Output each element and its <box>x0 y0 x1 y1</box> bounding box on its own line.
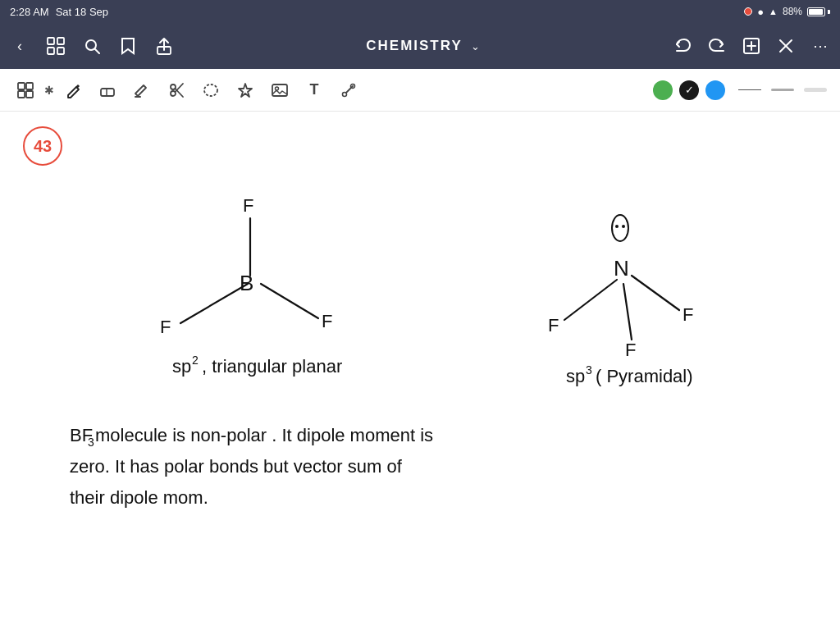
stroke-thick[interactable] <box>801 75 830 106</box>
svg-line-42 <box>632 276 679 310</box>
svg-line-5 <box>95 49 99 53</box>
toolbar-center: CHEMISTRY ⌄ <box>366 38 481 54</box>
svg-rect-1 <box>57 38 64 44</box>
color-check-black: ✓ <box>685 84 694 96</box>
svg-line-33 <box>261 284 318 318</box>
svg-text:sp: sp <box>566 366 585 386</box>
battery-icon <box>807 7 830 16</box>
star-tool[interactable] <box>230 75 261 106</box>
toolbar-right: ⋯ <box>671 34 832 57</box>
svg-rect-13 <box>26 83 33 89</box>
svg-text:F: F <box>548 315 559 336</box>
main-toolbar: ‹ CHEMISTRY <box>0 23 840 69</box>
svg-text:their  dipole  mom.: their dipole mom. <box>70 487 208 508</box>
svg-point-4 <box>86 40 96 50</box>
svg-line-22 <box>176 84 184 92</box>
svg-line-46 <box>623 284 632 340</box>
stroke-thin[interactable] <box>735 75 765 106</box>
svg-text:B: B <box>240 271 253 295</box>
content-svg: F B F F sp 2 , triangular planar N F F F <box>0 112 840 630</box>
svg-rect-3 <box>57 48 64 54</box>
title-chevron[interactable]: ⌄ <box>471 40 481 52</box>
grid-button[interactable] <box>44 34 67 57</box>
scissors-tool[interactable] <box>161 75 192 106</box>
svg-line-44 <box>564 280 617 320</box>
svg-text:F: F <box>160 317 171 337</box>
svg-point-40 <box>622 225 625 228</box>
svg-line-31 <box>180 284 248 323</box>
svg-rect-15 <box>26 91 33 98</box>
svg-point-23 <box>204 84 217 96</box>
svg-text:F: F <box>322 311 332 331</box>
svg-rect-2 <box>48 48 54 54</box>
canvas-area[interactable]: 43 F B F F sp 2 , triangular planar N <box>0 112 840 630</box>
tool-row: ✱ <box>0 69 840 112</box>
share-button[interactable] <box>153 34 176 57</box>
color-green[interactable] <box>653 80 673 100</box>
svg-text:molecule is  non-polar . It di: molecule is non-polar . It dipole moment… <box>95 425 433 445</box>
record-indicator <box>744 7 752 16</box>
status-bar: 2:28 AM Sat 18 Sep ● ▲ 88% <box>0 0 840 23</box>
image-tool[interactable] <box>264 75 295 106</box>
svg-text:sp: sp <box>172 356 191 377</box>
highlighter-tool[interactable] <box>126 75 158 106</box>
svg-rect-16 <box>101 89 114 96</box>
date: Sat 18 Sep <box>56 6 108 18</box>
add-page-button[interactable] <box>740 34 763 57</box>
pen-tool[interactable] <box>57 75 89 106</box>
battery-percent: 88% <box>783 6 802 17</box>
svg-rect-12 <box>18 83 25 89</box>
svg-text:3: 3 <box>88 436 94 449</box>
svg-text:( Pyramidal): ( Pyramidal) <box>596 366 693 386</box>
svg-text:, triangular planar: , triangular planar <box>202 356 342 377</box>
color-black[interactable]: ✓ <box>679 80 699 100</box>
wifi-icon: ● <box>757 6 764 18</box>
svg-point-38 <box>612 215 628 241</box>
close-button[interactable] <box>774 34 797 57</box>
svg-rect-0 <box>48 38 54 44</box>
time: 2:28 AM <box>10 6 49 18</box>
svg-point-25 <box>276 87 279 90</box>
undo-button[interactable] <box>671 34 694 57</box>
svg-rect-14 <box>18 91 25 98</box>
status-right: ● ▲ 88% <box>744 6 830 18</box>
svg-text:zero.  It has  polar  bonds  b: zero. It has polar bonds but vector sum … <box>70 456 403 477</box>
svg-point-39 <box>615 225 619 228</box>
svg-text:F: F <box>625 340 636 360</box>
color-blue[interactable] <box>705 80 725 100</box>
lasso-tool[interactable] <box>195 75 226 106</box>
svg-point-26 <box>343 92 347 96</box>
bluetooth-icon: ✱ <box>44 84 54 97</box>
back-button[interactable]: ‹ <box>8 34 31 57</box>
svg-text:2: 2 <box>192 354 199 367</box>
svg-text:N: N <box>614 256 629 281</box>
svg-text:F: F <box>243 195 253 216</box>
toolbar-left: ‹ <box>8 34 176 57</box>
stroke-medium[interactable] <box>768 75 797 106</box>
bookmark-button[interactable] <box>116 34 139 57</box>
notebook-title: CHEMISTRY <box>366 38 463 54</box>
eraser-tool[interactable] <box>92 75 123 106</box>
svg-text:3: 3 <box>586 363 592 377</box>
text-tool[interactable]: T <box>299 75 330 106</box>
svg-rect-24 <box>272 84 287 96</box>
redo-button[interactable] <box>705 34 728 57</box>
search-button[interactable] <box>80 34 103 57</box>
thumbnail-tool[interactable] <box>10 75 41 106</box>
more-button[interactable]: ⋯ <box>809 34 832 57</box>
magic-tool[interactable] <box>333 75 364 106</box>
svg-text:F: F <box>682 304 693 325</box>
signal-icon: ▲ <box>769 7 778 16</box>
status-left: 2:28 AM Sat 18 Sep <box>10 6 108 18</box>
